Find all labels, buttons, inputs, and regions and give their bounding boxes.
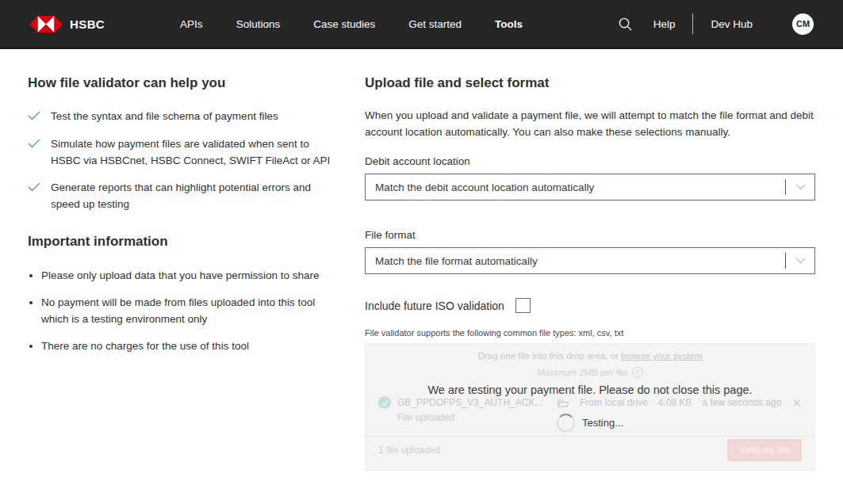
dropzone-footer-divider bbox=[366, 436, 814, 437]
important-info-list: Please only upload data that you have pe… bbox=[28, 267, 341, 354]
testing-overlay-message: We are testing your payment file. Please… bbox=[366, 384, 814, 396]
info-column: How file validator can help you Test the… bbox=[28, 75, 341, 471]
question-circle-icon[interactable]: ? bbox=[632, 367, 643, 378]
nav-item-apis[interactable]: APIs bbox=[180, 18, 203, 30]
testing-label: Testing... bbox=[582, 417, 623, 429]
file-count: 1 file uploaded bbox=[378, 445, 440, 456]
benefit-text: Test the syntax and file schema of payme… bbox=[51, 108, 278, 125]
iso-validation-row: Include future ISO validation bbox=[365, 298, 815, 313]
iso-validation-checkbox[interactable] bbox=[515, 298, 531, 313]
nav-item-get-started[interactable]: Get started bbox=[408, 18, 462, 30]
file-name: GB_PPDOFPS_V3_AUTH_ACK... bbox=[397, 397, 542, 408]
list-item: Please only upload data that you have pe… bbox=[41, 267, 341, 284]
search-icon[interactable] bbox=[618, 17, 633, 32]
supported-types-text: File validator supports the following co… bbox=[365, 328, 815, 338]
hsbc-hexagon-icon bbox=[29, 16, 63, 32]
benefits-title: How file validator can help you bbox=[28, 75, 341, 91]
top-nav: HSBC APIs Solutions Case studies Get sta… bbox=[0, 0, 843, 49]
chevron-down-icon bbox=[786, 258, 814, 264]
brand-wordmark: HSBC bbox=[70, 17, 105, 31]
nav-divider bbox=[692, 13, 693, 34]
upload-title: Upload file and select format bbox=[365, 75, 815, 91]
validate-file-button[interactable]: Validate file bbox=[727, 439, 802, 461]
spinner-icon bbox=[557, 414, 575, 432]
debit-location-value: Match the debit account location automat… bbox=[366, 181, 785, 193]
upload-column: Upload file and select format When you u… bbox=[365, 75, 815, 471]
nav-right-cluster: Help Dev Hub CM bbox=[618, 13, 814, 35]
check-circle-icon bbox=[378, 396, 391, 409]
debit-location-label: Debit account location bbox=[365, 155, 815, 167]
iso-validation-label: Include future ISO validation bbox=[365, 300, 504, 312]
file-time: a few seconds ago bbox=[702, 397, 781, 408]
nav-item-tools[interactable]: Tools bbox=[495, 18, 523, 30]
benefits-list: Test the syntax and file schema of payme… bbox=[28, 108, 341, 212]
file-format-label: File format bbox=[365, 229, 815, 241]
file-size: 4.08 KB bbox=[658, 397, 692, 408]
devhub-link[interactable]: Dev Hub bbox=[711, 18, 753, 30]
checkmark-icon bbox=[28, 179, 40, 212]
hsbc-logo[interactable]: HSBC bbox=[29, 16, 105, 32]
checkmark-icon bbox=[28, 108, 40, 125]
uploaded-file-row: GB_PPDOFPS_V3_AUTH_ACK... From local dri… bbox=[378, 396, 802, 409]
nav-item-case-studies[interactable]: Case studies bbox=[313, 18, 375, 30]
debit-location-select[interactable]: Match the debit account location automat… bbox=[365, 174, 815, 200]
primary-nav: APIs Solutions Case studies Get started … bbox=[180, 18, 523, 30]
important-info-title: Important information bbox=[28, 234, 341, 250]
file-format-value: Match the file format automatically bbox=[366, 255, 785, 267]
dropzone-drag-text: Drag one file into this drop area, or br… bbox=[366, 351, 814, 361]
benefit-text: Simulate how payment files are validated… bbox=[51, 136, 341, 169]
avatar[interactable]: CM bbox=[792, 13, 814, 35]
file-source: From local drive bbox=[580, 397, 647, 408]
testing-indicator: Testing... bbox=[366, 414, 814, 432]
list-item: Simulate how payment files are validated… bbox=[28, 136, 341, 169]
folder-icon bbox=[558, 398, 569, 408]
file-dropzone[interactable]: Drag one file into this drop area, or br… bbox=[365, 343, 815, 471]
list-item: Test the syntax and file schema of payme… bbox=[28, 108, 341, 125]
main-content: How file validator can help you Test the… bbox=[0, 49, 843, 502]
dropzone-max-size: Maximum 2MB per file ? bbox=[366, 367, 814, 378]
remove-file-icon[interactable]: ✕ bbox=[791, 397, 802, 409]
nav-item-solutions[interactable]: Solutions bbox=[236, 18, 281, 30]
benefit-text: Generate reports that can highlight pote… bbox=[51, 179, 341, 212]
upload-intro: When you upload and validate a payment f… bbox=[365, 107, 815, 140]
list-item: Generate reports that can highlight pote… bbox=[28, 179, 341, 212]
chevron-down-icon bbox=[786, 184, 814, 190]
list-item: There are no charges for the use of this… bbox=[41, 338, 341, 354]
browse-system-link[interactable]: browse your system bbox=[621, 351, 702, 361]
checkmark-icon bbox=[28, 136, 40, 169]
list-item: No payment will be made from files uploa… bbox=[41, 294, 341, 327]
help-link[interactable]: Help bbox=[653, 18, 676, 30]
file-format-select[interactable]: Match the file format automatically bbox=[365, 247, 815, 274]
